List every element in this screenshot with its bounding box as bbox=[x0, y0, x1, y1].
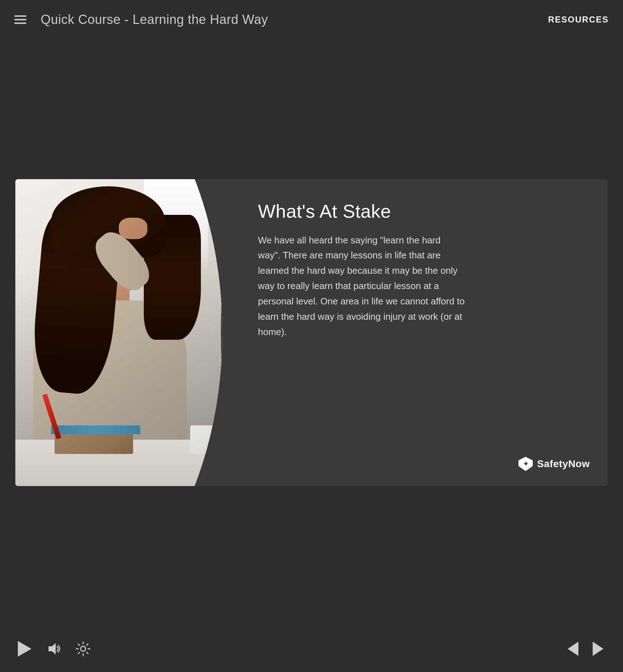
next-icon bbox=[591, 640, 605, 658]
header: Quick Course - Learning the Hard Way RES… bbox=[0, 0, 623, 39]
svg-marker-4 bbox=[568, 642, 578, 656]
play-button[interactable] bbox=[18, 641, 31, 657]
slide-text-side: What's At Stake We have all heard the sa… bbox=[237, 179, 608, 486]
slide-heading: What's At Stake bbox=[258, 201, 579, 222]
footer bbox=[0, 626, 623, 672]
svg-marker-5 bbox=[593, 642, 603, 656]
slide-image-side bbox=[15, 179, 237, 486]
prev-icon bbox=[566, 640, 580, 658]
slide-container: What's At Stake We have all heard the sa… bbox=[15, 179, 608, 486]
next-button[interactable] bbox=[591, 640, 605, 658]
svg-point-3 bbox=[81, 646, 86, 651]
resources-button[interactable]: RESOURCES bbox=[548, 15, 609, 25]
slide-body-text: We have all heard the saying "learn the … bbox=[258, 233, 465, 340]
volume-icon bbox=[46, 641, 61, 657]
curve-mask bbox=[194, 179, 237, 486]
footer-controls-right bbox=[566, 640, 605, 658]
notebook bbox=[51, 425, 140, 434]
footer-controls-left bbox=[18, 641, 91, 657]
book bbox=[55, 434, 133, 454]
slide-image-wrapper bbox=[15, 179, 237, 486]
hamburger-icon bbox=[14, 15, 26, 24]
menu-button[interactable] bbox=[14, 15, 26, 24]
main-content: What's At Stake We have all heard the sa… bbox=[0, 39, 623, 626]
play-icon bbox=[18, 641, 31, 657]
svg-text:✦: ✦ bbox=[523, 460, 528, 468]
volume-button[interactable] bbox=[46, 641, 61, 657]
safetynow-logo: ✦ SafetyNow bbox=[518, 456, 590, 472]
header-title: Quick Course - Learning the Hard Way bbox=[41, 12, 268, 27]
gear-icon bbox=[76, 641, 91, 656]
safetynow-shield-icon: ✦ bbox=[518, 456, 533, 472]
svg-marker-2 bbox=[49, 643, 56, 655]
header-left: Quick Course - Learning the Hard Way bbox=[14, 12, 268, 27]
hand bbox=[119, 218, 147, 239]
settings-button[interactable] bbox=[76, 641, 91, 656]
prev-button[interactable] bbox=[566, 640, 580, 658]
safetynow-label: SafetyNow bbox=[537, 458, 590, 470]
